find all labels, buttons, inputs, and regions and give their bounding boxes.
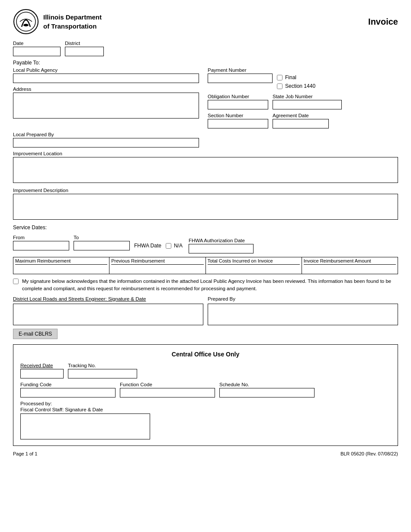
schedule-no-label: Schedule No. [219, 382, 315, 387]
received-date-group: Received Date [20, 363, 64, 378]
improvement-description-input[interactable] [13, 194, 398, 220]
signature-row [13, 304, 398, 325]
email-cblrs-button[interactable]: E-mail CBLRS [13, 329, 58, 339]
function-code-group: Function Code [120, 382, 215, 397]
processed-by-label: Processed by: [20, 401, 391, 406]
agreement-date-input[interactable] [273, 119, 329, 128]
section1440-checkbox[interactable] [277, 83, 283, 89]
total-costs-input[interactable] [208, 264, 300, 273]
section-number-input[interactable] [208, 119, 268, 128]
funding-code-group: Funding Code [20, 382, 116, 397]
district-engineer-sig-box [13, 304, 203, 325]
received-date-label: Received Date [20, 363, 64, 368]
svg-point-1 [16, 12, 35, 31]
page-label: Page 1 of 1 [13, 451, 37, 456]
payment-number-input[interactable] [208, 74, 273, 83]
previous-reimbursement-label: Previous Reimbursement [111, 258, 203, 263]
local-prepared-by-section: Local Prepared By [13, 132, 398, 147]
section1440-checkbox-row: Section 1440 [277, 83, 315, 89]
received-date-input[interactable] [20, 369, 64, 378]
tracking-no-label: Tracking No. [68, 363, 137, 368]
funding-code-input[interactable] [20, 388, 116, 397]
central-office-section: Central Office Use Only Received Date Tr… [13, 344, 398, 446]
funding-code-label: Funding Code [20, 382, 116, 387]
improvement-description-section: Improvement Description [13, 188, 398, 221]
max-reimbursement-cell: Maximum Reimbursement [13, 257, 109, 274]
svg-point-2 [23, 24, 29, 26]
logo-area: Illinois Department of Transportation [13, 9, 102, 35]
section-number-group: Section Number [208, 113, 268, 128]
address-label: Address [13, 87, 199, 92]
district-field-group: District [65, 41, 104, 56]
invoice-reimb-label: Invoice Reimbursement Amount [304, 258, 396, 263]
payment-number-group: Payment Number [208, 67, 273, 83]
total-costs-cell: Total Costs Incurred on Invoice [206, 257, 302, 274]
function-code-input[interactable] [120, 388, 215, 397]
page-title: Invoice [368, 17, 398, 27]
address-section: Address [13, 87, 199, 120]
previous-reimbursement-input[interactable] [111, 264, 203, 273]
obligation-number-label: Obligation Number [208, 94, 268, 99]
main-form-area: Local Public Agency Address Payment Numb… [13, 67, 398, 128]
service-dates-row: From To FHWA Date N/A FHWA Authorization… [13, 232, 398, 253]
improvement-location-input[interactable] [13, 157, 398, 183]
local-public-agency-label: Local Public Agency [13, 67, 199, 73]
address-input[interactable] [13, 93, 199, 119]
invoice-reimb-input[interactable] [304, 264, 396, 273]
section-number-label: Section Number [208, 113, 268, 118]
date-field-group: Date [13, 41, 61, 56]
total-costs-label: Total Costs Incurred on Invoice [208, 258, 300, 263]
function-code-label: Function Code [120, 382, 215, 387]
fiscal-sig-box [20, 413, 150, 439]
signature-labels-row: District Local Roads and Streets Enginee… [13, 296, 398, 302]
fhwa-na-checkbox[interactable] [166, 243, 171, 249]
date-district-row: Date District [13, 41, 398, 56]
obligation-state-row: Obligation Number State Job Number [208, 94, 398, 109]
max-reimbursement-label: Maximum Reimbursement [15, 258, 107, 263]
agreement-date-group: Agreement Date [273, 113, 329, 128]
obligation-number-input[interactable] [208, 100, 268, 109]
local-prepared-by-input[interactable] [13, 138, 199, 147]
schedule-no-input[interactable] [219, 388, 315, 397]
idot-logo-icon [13, 9, 39, 35]
from-input[interactable] [13, 241, 69, 250]
payment-number-row: Payment Number Final Section 1440 [208, 67, 398, 90]
left-column: Local Public Agency Address [13, 67, 199, 128]
fhwa-date-group: FHWA Date N/A FHWA Authorization Date [134, 238, 398, 253]
acknowledgment-checkbox[interactable] [13, 279, 19, 284]
to-label: To [74, 235, 130, 240]
footer: Page 1 of 1 BLR 05620 (Rev. 07/08/22) [13, 451, 398, 456]
right-column: Payment Number Final Section 1440 Obliga… [208, 67, 398, 128]
fiscal-sig-box-wrapper [20, 413, 391, 439]
previous-reimbursement-cell: Previous Reimbursement [109, 257, 206, 274]
local-public-agency-input[interactable] [13, 74, 199, 83]
schedule-no-group: Schedule No. [219, 382, 315, 397]
invoice-reimb-cell: Invoice Reimbursement Amount [302, 257, 398, 274]
svg-point-0 [14, 10, 38, 34]
section1440-label: Section 1440 [285, 83, 315, 89]
prepared-by-sig-box [208, 304, 398, 325]
improvement-description-label: Improvement Description [13, 188, 398, 193]
acknowledgment-text: My signature below acknowledges that the… [22, 278, 398, 293]
payable-to-label: Payable To: [13, 60, 398, 66]
payment-type-checkboxes: Final Section 1440 [277, 74, 315, 90]
prepared-by-label: Prepared By [208, 296, 398, 301]
na-label: N/A [174, 243, 183, 249]
district-input[interactable] [65, 47, 104, 56]
local-public-agency-section: Local Public Agency [13, 67, 199, 83]
tracking-no-input[interactable] [68, 369, 137, 378]
state-job-number-input[interactable] [273, 100, 342, 109]
improvement-location-section: Improvement Location [13, 151, 398, 184]
to-input[interactable] [74, 241, 130, 250]
state-job-number-group: State Job Number [273, 94, 342, 109]
obligation-number-group: Obligation Number [208, 94, 268, 109]
max-reimbursement-input[interactable] [15, 264, 107, 273]
final-checkbox-row: Final [277, 74, 315, 80]
fhwa-date-label: FHWA Date [134, 243, 161, 249]
section-agreement-row: Section Number Agreement Date [208, 113, 398, 128]
from-group: From [13, 235, 69, 250]
date-input[interactable] [13, 47, 61, 56]
final-checkbox[interactable] [277, 75, 283, 80]
fiscal-control-label: Fiscal Control Staff: Signature & Date [20, 407, 391, 412]
fhwa-auth-date-input[interactable] [189, 244, 254, 253]
